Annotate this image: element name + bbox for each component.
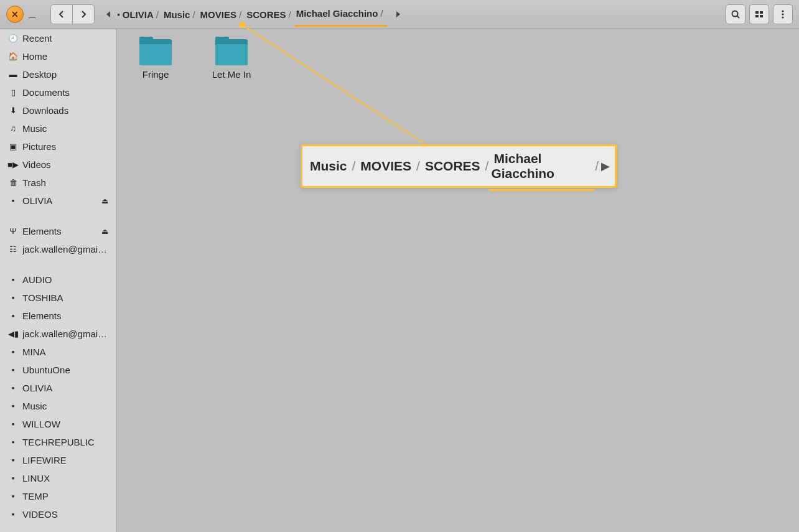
sidebar-item[interactable]: ☷jack.wallen@gmail.com xyxy=(0,240,116,258)
sidebar-item[interactable]: ▪TOSHIBA xyxy=(0,289,116,307)
folder-icon: ▪ xyxy=(7,365,19,375)
breadcrumb-item[interactable]: Music/ xyxy=(162,2,199,27)
sidebar-item[interactable]: ▣Pictures xyxy=(0,138,116,156)
sidebar-item-label: OLIVIA xyxy=(22,195,101,206)
folder-label: Fringe xyxy=(143,69,169,80)
svg-rect-2 xyxy=(755,11,759,14)
picture-icon: ▣ xyxy=(7,142,19,151)
folder-icon: ▪ xyxy=(7,275,19,284)
sidebar-item[interactable]: ▪TECHREPUBLIC xyxy=(0,433,116,451)
music-icon: ♫ xyxy=(7,124,19,133)
breadcrumb-label: SCORES xyxy=(246,9,286,20)
sidebar-item-label: UbuntuOne xyxy=(22,365,108,375)
sidebar-item[interactable]: ΨElements⏏ xyxy=(0,222,116,240)
kebab-menu-icon xyxy=(778,9,788,19)
svg-rect-4 xyxy=(755,15,759,17)
sidebar-item[interactable]: ▪Elements xyxy=(0,307,116,325)
sidebar-item-label: Pictures xyxy=(22,141,108,152)
nav-back-button[interactable] xyxy=(51,5,72,24)
sidebar-item-label: Home xyxy=(22,51,108,62)
folder-label: Let Me In xyxy=(212,69,251,80)
sidebar-item[interactable]: 🏠Home xyxy=(0,47,116,65)
breadcrumb-separator: / xyxy=(380,8,383,19)
sidebar-item[interactable]: ■▶Videos xyxy=(0,156,116,174)
net-icon: ☷ xyxy=(7,245,19,254)
breadcrumb-prev-button[interactable] xyxy=(101,4,116,24)
folder-icon: ▪ xyxy=(7,419,19,429)
nav-forward-button[interactable] xyxy=(73,5,94,24)
breadcrumb-item[interactable]: MOVIES/ xyxy=(199,2,246,27)
sidebar-item[interactable]: ▪WILLOW xyxy=(0,415,116,433)
sidebar-item[interactable]: ◀▮jack.wallen@gmail.com xyxy=(0,325,116,343)
sidebar-item[interactable]: ▪VIDEOS xyxy=(0,505,116,523)
sidebar-item-label: LINUX xyxy=(22,473,108,483)
breadcrumb-next-button[interactable] xyxy=(391,4,406,24)
sidebar-item[interactable]: ▯Documents xyxy=(0,83,116,101)
triangle-left-icon xyxy=(105,11,111,18)
breadcrumb-item[interactable]: Michael Giacchino/ xyxy=(295,2,387,27)
sidebar-item[interactable]: 🗑Trash xyxy=(0,174,116,192)
sidebar-item[interactable]: ♫Music xyxy=(0,119,116,138)
sidebar-group-gap xyxy=(0,258,116,271)
view-toggle-button[interactable] xyxy=(749,4,769,24)
folder-icon xyxy=(139,39,172,65)
sidebar-item-label: Elements xyxy=(22,310,108,321)
usb-icon: Ψ xyxy=(7,226,19,236)
folder-icon: ▪ xyxy=(7,437,19,447)
window-close-button[interactable]: ✕ xyxy=(6,6,24,23)
callout-separator: / xyxy=(416,159,420,174)
folder-icon: ▪ xyxy=(7,347,19,357)
sidebar-item-label: Trash xyxy=(22,177,108,188)
breadcrumb-separator: / xyxy=(289,9,291,20)
callout-separator: / xyxy=(352,159,356,174)
svg-point-7 xyxy=(782,13,783,15)
sidebar-item[interactable]: ▬Desktop xyxy=(0,65,116,83)
callout-breadcrumb-item: Michael Giacchino xyxy=(491,151,557,180)
folder-icon: ▪ xyxy=(7,401,19,411)
svg-line-1 xyxy=(737,16,740,19)
breadcrumb-item[interactable]: SCORES/ xyxy=(245,2,295,27)
arrow-left-icon xyxy=(57,9,67,19)
callout-breadcrumb-item: SCORES xyxy=(423,159,483,173)
eject-icon[interactable]: ⏏ xyxy=(101,197,108,205)
sidebar-item-label: AUDIO xyxy=(22,274,108,285)
breadcrumb-label: Music xyxy=(164,9,190,20)
window-minimize-button[interactable]: _ xyxy=(29,5,35,19)
callout-breadcrumb-item: MOVIES xyxy=(358,159,414,173)
eject-icon[interactable]: ⏏ xyxy=(101,227,108,236)
sidebar-item[interactable]: ▪LINUX xyxy=(0,469,116,487)
sidebar-item[interactable]: ⬇Downloads xyxy=(0,101,116,119)
breadcrumb-separator: / xyxy=(239,9,241,20)
svg-point-0 xyxy=(732,11,738,17)
sidebar-item-label: Documents xyxy=(22,87,108,98)
clock-icon: 🕘 xyxy=(7,34,19,43)
breadcrumb-item[interactable]: ▪OLIVIA/ xyxy=(116,2,162,27)
sidebar-item[interactable]: ▪Music xyxy=(0,397,116,415)
sidebar-item[interactable]: ▪LIFEWIRE xyxy=(0,451,116,469)
sidebar-item[interactable]: ▪OLIVIA xyxy=(0,379,116,397)
sidebar-item-label: LIFEWIRE xyxy=(22,455,108,465)
callout-active-underline xyxy=(488,189,595,191)
sidebar-item-label: Desktop xyxy=(22,69,108,80)
folder-icon xyxy=(215,39,248,65)
breadcrumb-bar: ▪OLIVIA/Music/MOVIES/SCORES/Michael Giac… xyxy=(101,2,726,27)
folder-item[interactable]: Fringe xyxy=(129,39,182,80)
sidebar-item-label: Videos xyxy=(22,159,108,170)
folder-item[interactable]: Let Me In xyxy=(205,39,258,80)
view-icon xyxy=(754,9,764,19)
sidebar-item-label: Music xyxy=(22,401,108,411)
sidebar-item[interactable]: 🕘Recent xyxy=(0,29,116,47)
folder-icon: ▪ xyxy=(7,474,19,483)
sidebar-item[interactable]: ▪TEMP xyxy=(0,487,116,505)
search-button[interactable] xyxy=(726,4,745,24)
annotation-callout: Music/MOVIES/SCORES/Michael Giacchino/▶ xyxy=(301,144,617,188)
folder-icon: ▪ xyxy=(7,492,19,501)
sidebar-item-label: jack.wallen@gmail.com xyxy=(22,244,108,254)
menu-button[interactable] xyxy=(773,4,793,24)
sidebar-item[interactable]: ▪MINA xyxy=(0,343,116,361)
hdd-icon: ▪ xyxy=(7,196,19,205)
sidebar-item[interactable]: ▪OLIVIA⏏ xyxy=(0,192,116,210)
sidebar: 🕘Recent🏠Home▬Desktop▯Documents⬇Downloads… xyxy=(0,29,116,532)
sidebar-item[interactable]: ▪UbuntuOne xyxy=(0,361,116,379)
sidebar-item[interactable]: ▪AUDIO xyxy=(0,271,116,289)
